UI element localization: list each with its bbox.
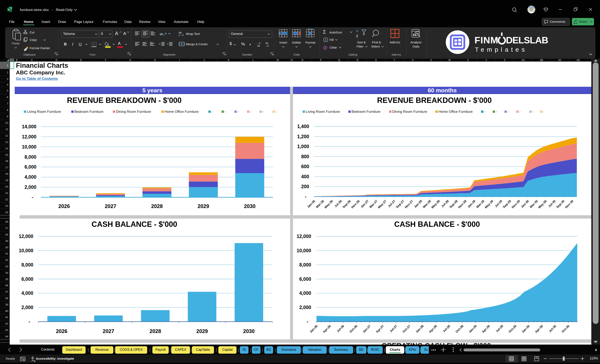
svg-text:4,000: 4,000 [24, 174, 36, 180]
svg-text:-: - [532, 110, 534, 114]
svg-text:600: 600 [301, 164, 309, 169]
svg-text:Home Office Furniture: Home Office Furniture [165, 110, 199, 114]
svg-text:Mar-28: Mar-28 [422, 199, 431, 209]
svg-text:-: - [496, 110, 497, 114]
svg-text:Jul-26: Jul-26 [336, 324, 345, 333]
svg-text:Mar-27: Mar-27 [369, 199, 378, 209]
svg-text:Jan-27: Jan-27 [362, 324, 371, 334]
svg-text:May-28: May-28 [431, 199, 441, 209]
svg-text:Mar-30: Mar-30 [529, 199, 538, 209]
svg-text:May-27: May-27 [377, 199, 387, 209]
svg-text:Apr-27: Apr-27 [375, 324, 384, 334]
svg-text:6,000: 6,000 [299, 276, 311, 282]
svg-text:-: - [519, 110, 521, 114]
svg-text:2028: 2028 [151, 203, 163, 209]
svg-text:Oct-29: Oct-29 [508, 324, 517, 333]
svg-text:12,000: 12,000 [19, 234, 33, 239]
svg-text:Oct-30: Oct-30 [561, 324, 570, 333]
svg-text:-: - [305, 194, 306, 199]
svg-text:Apr-28: Apr-28 [428, 324, 438, 334]
svg-text:Jan-26: Jan-26 [309, 324, 318, 334]
svg-text:2,000: 2,000 [24, 184, 36, 190]
svg-text:Nov-29: Nov-29 [511, 199, 521, 209]
svg-text:REVENUE BREAKDOWN - $'000: REVENUE BREAKDOWN - $'000 [377, 96, 492, 105]
svg-text:May-26: May-26 [324, 199, 334, 209]
svg-text:Jul-26: Jul-26 [334, 199, 343, 208]
svg-text:-: - [262, 110, 264, 114]
svg-text:12,000: 12,000 [297, 234, 311, 239]
svg-text:-: - [238, 110, 239, 114]
svg-text:10,000: 10,000 [19, 248, 33, 253]
svg-text:-: - [212, 110, 213, 114]
svg-text:Jan-30: Jan-30 [520, 199, 529, 209]
svg-text:Living Room Furniture: Living Room Furniture [306, 110, 340, 114]
svg-text:-: - [225, 110, 226, 114]
svg-text:Oct-26: Oct-26 [349, 324, 358, 333]
svg-text:May-30: May-30 [537, 199, 547, 209]
svg-text:Apr-29: Apr-29 [481, 324, 491, 334]
svg-text:2027: 2027 [105, 203, 116, 209]
svg-text:Home Office Furniture: Home Office Furniture [439, 110, 473, 114]
svg-text:Oct-28: Oct-28 [455, 324, 464, 333]
svg-text:6,000: 6,000 [21, 276, 33, 282]
svg-text:10,000: 10,000 [297, 248, 311, 253]
svg-text:Nov-27: Nov-27 [404, 199, 414, 209]
svg-text:8,000: 8,000 [24, 154, 36, 160]
svg-text:Jul-29: Jul-29 [495, 324, 504, 333]
svg-text:1,000: 1,000 [297, 144, 309, 149]
svg-text:2026: 2026 [56, 328, 67, 334]
svg-text:Apr-30: Apr-30 [534, 324, 544, 334]
svg-text:2027: 2027 [103, 328, 114, 334]
svg-text:Nov-26: Nov-26 [350, 199, 360, 209]
svg-text:Jul-28: Jul-28 [441, 199, 450, 208]
svg-text:-: - [507, 110, 509, 114]
svg-text:Bedroom Furniture: Bedroom Furniture [351, 110, 380, 114]
svg-text:2030: 2030 [244, 203, 255, 209]
svg-text:Jul-27: Jul-27 [387, 199, 396, 208]
svg-text:8,000: 8,000 [21, 262, 33, 268]
svg-text:Bedroom Furniture: Bedroom Furniture [75, 110, 103, 114]
svg-text:2028: 2028 [150, 328, 161, 334]
svg-text:Dining Room Furniture: Dining Room Furniture [392, 110, 427, 114]
svg-text:Jan-26: Jan-26 [306, 199, 316, 209]
svg-text:Sep-30: Sep-30 [555, 199, 565, 209]
svg-text:Sep-26: Sep-26 [342, 199, 351, 209]
svg-text:6,000: 6,000 [24, 164, 36, 170]
svg-text:Jul-27: Jul-27 [389, 324, 398, 333]
svg-text:2,000: 2,000 [21, 305, 33, 310]
svg-text:Dining Room Furniture: Dining Room Furniture [116, 110, 151, 114]
svg-text:May-29: May-29 [484, 199, 494, 209]
svg-text:Mar-26: Mar-26 [315, 199, 325, 209]
svg-text:-: - [307, 319, 308, 324]
svg-text:Jan-27: Jan-27 [360, 199, 369, 209]
svg-text:CASH BALANCE - $'000: CASH BALANCE - $'000 [394, 220, 480, 228]
svg-text:10,000: 10,000 [22, 144, 36, 150]
svg-text:Living Room Furniture: Living Room Furniture [27, 110, 61, 114]
svg-text:Nov-30: Nov-30 [564, 199, 574, 209]
svg-text:1,400: 1,400 [297, 124, 309, 129]
svg-text:CASH BALANCE - $'000: CASH BALANCE - $'000 [92, 220, 177, 228]
svg-text:2029: 2029 [197, 328, 208, 334]
svg-text:12,000: 12,000 [22, 134, 36, 139]
svg-text:Jul-28: Jul-28 [442, 324, 451, 333]
svg-text:4,000: 4,000 [299, 291, 311, 296]
svg-text:Jul-30: Jul-30 [547, 199, 556, 208]
svg-text:800: 800 [301, 154, 309, 159]
svg-text:2026: 2026 [58, 203, 70, 209]
svg-text:Jan-28: Jan-28 [415, 324, 424, 334]
svg-text:2029: 2029 [198, 203, 209, 209]
svg-text:Jan-29: Jan-29 [468, 324, 478, 334]
svg-text:8,000: 8,000 [299, 262, 311, 268]
svg-text:2030: 2030 [243, 328, 255, 334]
svg-text:-: - [32, 195, 33, 200]
svg-text:Sep-28: Sep-28 [449, 199, 458, 209]
svg-text:1,200: 1,200 [297, 134, 309, 139]
svg-text:REVENUE BREAKDOWN - $'000: REVENUE BREAKDOWN - $'000 [67, 96, 181, 105]
svg-text:400: 400 [301, 174, 309, 179]
svg-text:Apr-26: Apr-26 [322, 324, 332, 334]
svg-text:2,000: 2,000 [299, 305, 311, 310]
svg-text:4,000: 4,000 [21, 291, 33, 296]
svg-text:Jul-29: Jul-29 [494, 199, 503, 208]
svg-text:-: - [28, 319, 30, 324]
svg-text:Jan-30: Jan-30 [521, 324, 530, 334]
